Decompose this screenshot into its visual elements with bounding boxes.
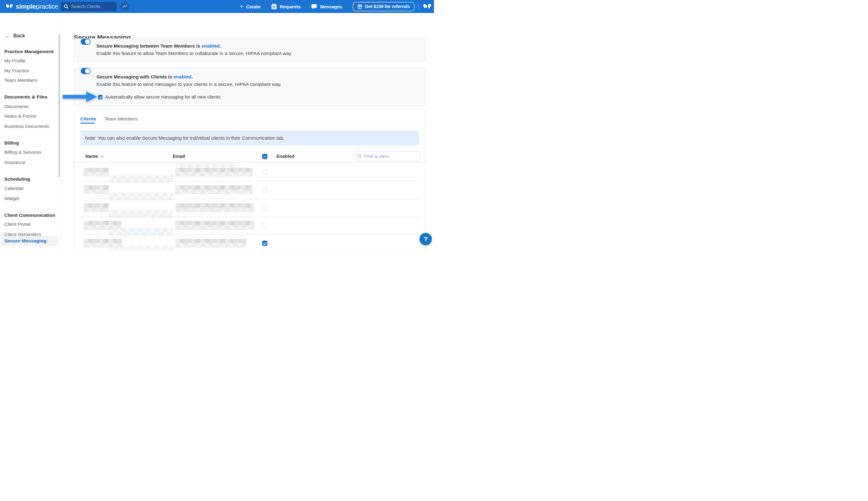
referral-button[interactable]: Get $150 for referrals	[353, 2, 415, 11]
clients-enabled-link[interactable]: enabled	[174, 74, 192, 79]
sidebar-item-secure-messaging[interactable]: Secure Messaging	[1, 236, 59, 246]
annotation-arrow	[62, 90, 98, 103]
row-separator	[80, 181, 419, 182]
sidebar-item-business-documents[interactable]: Business Documents	[4, 123, 50, 129]
team-messaging-toggle[interactable]	[81, 39, 91, 45]
client-email-redacted	[175, 221, 254, 230]
sidebar-divider	[3, 43, 58, 44]
top-navbar: simplepractice + Create	[0, 0, 434, 13]
sidebar-item-my-practice[interactable]: My Practice	[4, 68, 29, 74]
sidebar-item-insurance[interactable]: Insurance	[4, 159, 25, 166]
sidebar-item-billing-services[interactable]: Billing & Services	[4, 149, 41, 156]
sidebar-section-scheduling: Scheduling	[4, 176, 30, 182]
messages-label: Messages	[320, 4, 342, 9]
auto-allow-checkbox[interactable]	[98, 95, 103, 99]
account-butterfly-icon[interactable]	[423, 3, 432, 11]
toggle-knob	[85, 39, 90, 44]
row-separator	[80, 234, 419, 235]
sidebar-item-client-portal[interactable]: Client Portal	[4, 221, 30, 227]
messages-bubble-icon	[311, 4, 317, 10]
client-name-redacted	[83, 168, 109, 177]
requests-button[interactable]: Requests	[271, 3, 301, 10]
team-messaging-card: Secure Messaging between Team Members is…	[74, 38, 426, 62]
client-name-redacted	[83, 239, 122, 248]
tab-bottom-border	[74, 124, 425, 124]
back-arrow-icon: ←	[5, 33, 11, 39]
messages-button[interactable]: Messages	[311, 4, 342, 10]
client-enabled-checkbox[interactable]	[262, 223, 268, 228]
team-messaging-status-text: Secure Messaging between Team Members is…	[96, 43, 292, 49]
client-enabled-checkbox[interactable]	[262, 187, 268, 192]
referral-label: Get $150 for referrals	[365, 4, 410, 9]
row-separator	[80, 216, 419, 217]
auto-allow-label: Automatically allow secure messaging for…	[105, 94, 220, 100]
help-button[interactable]: ?	[419, 233, 432, 245]
brand-logo[interactable]: simplepractice	[6, 3, 58, 10]
main-content: Secure Messaging Secure Messaging betwee…	[61, 13, 434, 250]
client-email-redacted	[175, 203, 254, 212]
team-enabled-link[interactable]: enabled	[201, 43, 220, 49]
find-client-search-icon	[357, 154, 362, 158]
auto-allow-checkbox-row[interactable]: Automatically allow secure messaging for…	[98, 94, 220, 100]
sidebar-item-widget[interactable]: Widget	[4, 195, 19, 202]
settings-sidebar: ← Back Practice ManagementMy ProfileMy P…	[0, 13, 61, 250]
search-icon	[64, 4, 69, 9]
chevron-down-icon	[101, 156, 104, 158]
gift-icon	[357, 4, 362, 9]
redacted-blur-trail	[175, 164, 237, 168]
sidebar-section-practice-management: Practice Management	[4, 49, 53, 55]
client-messaging-toggle[interactable]	[81, 68, 91, 74]
row-separator	[80, 199, 419, 199]
help-question-mark: ?	[424, 235, 428, 243]
client-email-redacted	[175, 239, 247, 248]
column-header-name[interactable]: Name	[85, 153, 104, 159]
search-clients-input[interactable]	[71, 4, 111, 9]
column-header-enabled: Enabled	[276, 153, 294, 159]
search-clients-box[interactable]	[61, 2, 116, 11]
find-client-box[interactable]	[355, 151, 420, 161]
row-separator	[80, 250, 419, 250]
plus-icon: +	[240, 4, 243, 9]
note-banner: Note: You can also enable Secure Messagi…	[80, 130, 419, 146]
requests-clipboard-icon	[271, 3, 277, 10]
toggle-knob	[85, 68, 90, 74]
brand-butterfly-icon	[6, 3, 14, 10]
navbar-divider	[418, 3, 419, 10]
client-enabled-checkbox[interactable]	[262, 205, 268, 210]
select-all-checkbox[interactable]	[262, 154, 268, 159]
client-messaging-description: Enable this feature to send messages to …	[96, 81, 281, 87]
requests-label: Requests	[280, 4, 301, 9]
trend-line-icon	[122, 3, 128, 10]
sidebar-section-client-communication: Client Communication	[4, 212, 55, 218]
find-client-input[interactable]	[364, 153, 414, 159]
client-name-redacted	[83, 203, 109, 212]
sidebar-section-billing: Billing	[4, 140, 19, 146]
team-messaging-description: Enable this feature to allow Team Member…	[96, 50, 292, 56]
sidebar-item-documents[interactable]: Documents	[4, 104, 29, 110]
sidebar-scrollbar[interactable]	[59, 35, 60, 177]
client-messaging-status-text: Secure Messaging with Clients is enabled…	[96, 74, 281, 80]
navbar-actions: + Create Requests	[240, 0, 432, 13]
client-messaging-card: Secure Messaging with Clients is enabled…	[74, 68, 426, 106]
client-name-redacted	[83, 221, 122, 230]
create-button[interactable]: + Create	[240, 4, 261, 9]
sidebar-item-my-profile[interactable]: My Profile	[4, 58, 26, 64]
sidebar-item-notes-forms[interactable]: Notes & Forms	[4, 113, 36, 119]
sidebar-item-team-members[interactable]: Team Members	[4, 77, 38, 83]
column-header-email: Email	[173, 153, 185, 159]
sidebar-section-documents-files: Documents & Files	[4, 94, 48, 100]
tab-clients[interactable]: Clients	[80, 116, 96, 122]
brand-name: simplepractice	[16, 3, 58, 10]
back-button[interactable]: ← Back	[5, 33, 25, 39]
table-header-border	[74, 162, 425, 162]
note-text: Note: You can also enable Secure Messagi…	[85, 135, 284, 141]
back-label: Back	[13, 33, 25, 39]
client-email-redacted	[175, 168, 253, 177]
app-root: simplepractice + Create	[0, 0, 434, 250]
client-enabled-checkbox[interactable]	[262, 170, 268, 175]
analytics-icon[interactable]	[120, 2, 129, 11]
tab-team-members[interactable]: Team Members	[105, 116, 138, 122]
client-enabled-checkbox[interactable]	[262, 241, 268, 246]
client-email-redacted	[175, 185, 253, 194]
sidebar-item-calendar[interactable]: Calendar	[4, 185, 24, 192]
